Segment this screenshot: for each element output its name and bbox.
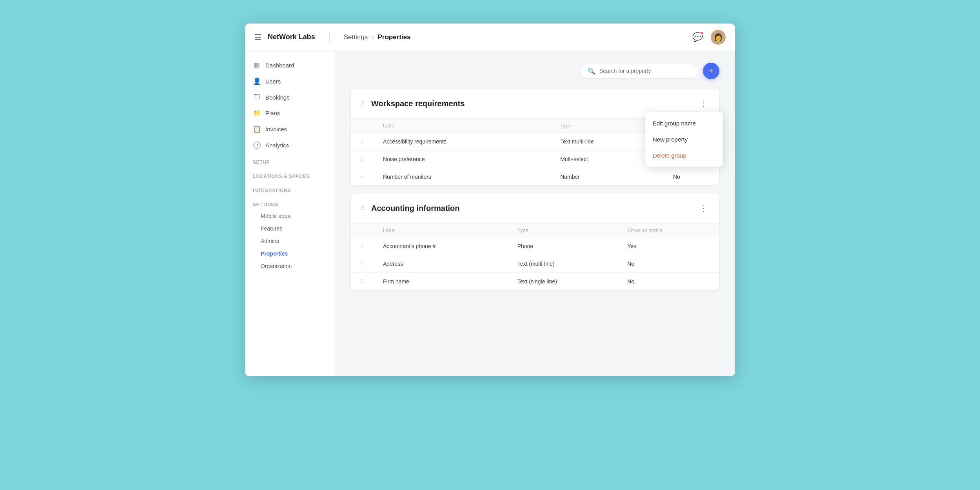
users-icon: 👤: [253, 77, 261, 85]
avatar[interactable]: 👩: [711, 30, 726, 45]
context-menu-item-edit-group-name[interactable]: Edit group name: [645, 115, 723, 131]
analytics-icon: 🕐: [253, 141, 261, 149]
breadcrumb-arrow-icon: ›: [372, 34, 374, 41]
table-header-col-1: Type: [508, 223, 618, 238]
sidebar-sub-item-features[interactable]: Features: [245, 222, 335, 235]
dashboard-icon: ▦: [253, 61, 261, 69]
plans-icon: 📁: [253, 109, 261, 117]
sidebar-item-label: Analytics: [265, 142, 289, 149]
breadcrumb-parent[interactable]: Settings: [344, 33, 368, 41]
notification-button[interactable]: 💬: [690, 30, 704, 44]
row-label: Address: [374, 255, 508, 273]
table-row: ⠿Accountant's phone #PhoneYes: [351, 238, 719, 255]
add-property-button[interactable]: +: [703, 63, 719, 79]
drag-handle-icon[interactable]: ⠿: [360, 100, 365, 107]
bookings-icon: 🗔: [253, 93, 261, 101]
drag-handle-icon[interactable]: ⠿: [360, 205, 365, 212]
sidebar-section-settings: Settings: [245, 196, 335, 210]
sidebar-nav-items: ▦Dashboard👤Users🗔Bookings📁Plans📋Invoices…: [245, 57, 335, 153]
row-drag-handle-icon[interactable]: ⠿: [351, 133, 374, 151]
sidebar-section-integrations: Integrations: [245, 181, 335, 196]
row-type: Text (multi-line): [508, 255, 618, 273]
group-menu-button-workspace-requirements[interactable]: ⋮: [697, 97, 710, 110]
sidebar-item-dashboard[interactable]: ▦Dashboard: [245, 57, 335, 73]
avatar-emoji: 👩: [714, 33, 722, 42]
row-label: Accountant's phone #: [374, 238, 508, 255]
property-groups-container: ⠿Workspace requirements⋮Edit group nameN…: [351, 89, 719, 290]
row-type: Number: [551, 168, 664, 186]
app-name: NetWork Labs: [268, 33, 315, 41]
group-menu-button-accounting-information[interactable]: ⋮: [697, 202, 710, 214]
hamburger-icon[interactable]: ☰: [254, 33, 261, 42]
sidebar-section-locations-&-spaces: Locations & Spaces: [245, 167, 335, 181]
sidebar-item-invoices[interactable]: 📋Invoices: [245, 121, 335, 137]
row-show-on-profile: No: [664, 168, 719, 186]
header-left: ☰ NetWork Labs Settings › Properties: [254, 31, 411, 43]
sidebar-sub-item-organization[interactable]: Organization: [245, 260, 335, 272]
group-title-workspace-requirements: Workspace requirements: [371, 99, 691, 108]
sidebar-sub-item-admins[interactable]: Admins: [245, 235, 335, 247]
table-row: ⠿Number of monitorsNumberNo: [351, 168, 719, 186]
row-drag-handle-icon[interactable]: ⠿: [351, 151, 374, 168]
row-drag-handle-icon[interactable]: ⠿: [351, 255, 374, 273]
row-label: Accessibility requirements: [374, 133, 551, 151]
sidebar-item-bookings[interactable]: 🗔Bookings: [245, 89, 335, 105]
row-drag-handle-icon[interactable]: ⠿: [351, 168, 374, 186]
app-header: ☰ NetWork Labs Settings › Properties 💬 👩: [245, 24, 735, 51]
row-show-on-profile: Yes: [618, 238, 719, 255]
row-label: Firm name: [374, 273, 508, 290]
group-header-workspace-requirements: ⠿Workspace requirements⋮Edit group nameN…: [351, 89, 719, 118]
sidebar-item-label: Dashboard: [265, 62, 294, 69]
group-header-accounting-information: ⠿Accounting information⋮: [351, 193, 719, 223]
search-input[interactable]: [599, 68, 691, 74]
table-header-col-0: Label: [374, 119, 551, 133]
sidebar-item-plans[interactable]: 📁Plans: [245, 105, 335, 121]
row-show-on-profile: No: [618, 273, 719, 290]
property-table-accounting-information: LabelTypeShow on profile⠿Accountant's ph…: [351, 223, 719, 290]
row-show-on-profile: No: [618, 255, 719, 273]
header-divider: [329, 31, 330, 43]
main-content: 🔍 + ⠿Workspace requirements⋮Edit group n…: [335, 51, 735, 376]
row-drag-handle-icon[interactable]: ⠿: [351, 238, 374, 255]
sidebar-item-label: Bookings: [265, 94, 290, 101]
breadcrumb: Settings › Properties: [344, 33, 411, 41]
row-drag-handle-icon[interactable]: ⠿: [351, 273, 374, 290]
sidebar-item-label: Plans: [265, 110, 280, 116]
sidebar-sub-item-mobile-apps[interactable]: Mobile apps: [245, 210, 335, 222]
sidebar: ▦Dashboard👤Users🗔Bookings📁Plans📋Invoices…: [245, 51, 335, 376]
breadcrumb-current: Properties: [377, 33, 410, 41]
sidebar-item-label: Invoices: [265, 126, 287, 132]
table-header-col-0: Label: [374, 223, 508, 238]
property-group-workspace-requirements: ⠿Workspace requirements⋮Edit group nameN…: [351, 89, 719, 185]
row-label: Noise preference: [374, 151, 551, 168]
notification-badge: [700, 31, 704, 35]
context-menu-item-delete-group[interactable]: Delete group: [645, 147, 723, 163]
sidebar-sub-item-properties[interactable]: Properties: [245, 247, 335, 260]
search-bar-row: 🔍 +: [351, 63, 719, 79]
row-type: Text (single line): [508, 273, 618, 290]
row-label: Number of monitors: [374, 168, 551, 186]
sidebar-item-label: Users: [265, 78, 281, 85]
group-title-accounting-information: Accounting information: [371, 204, 691, 213]
context-menu: Edit group nameNew propertyDelete group: [645, 112, 723, 167]
sidebar-section-setup: Setup: [245, 153, 335, 167]
property-group-accounting-information: ⠿Accounting information⋮LabelTypeShow on…: [351, 193, 719, 290]
invoices-icon: 📋: [253, 125, 261, 133]
table-row: ⠿AddressText (multi-line)No: [351, 255, 719, 273]
table-header-col-2: Show on profile: [618, 223, 719, 238]
sidebar-item-users[interactable]: 👤Users: [245, 73, 335, 89]
body-layout: ▦Dashboard👤Users🗔Bookings📁Plans📋Invoices…: [245, 51, 735, 376]
row-type: Phone: [508, 238, 618, 255]
header-right: 💬 👩: [690, 30, 726, 45]
search-container: 🔍: [581, 64, 698, 78]
context-menu-item-new-property[interactable]: New property: [645, 131, 723, 147]
search-icon: 🔍: [588, 67, 595, 75]
sidebar-item-analytics[interactable]: 🕐Analytics: [245, 137, 335, 153]
table-row: ⠿Firm nameText (single line)No: [351, 273, 719, 290]
